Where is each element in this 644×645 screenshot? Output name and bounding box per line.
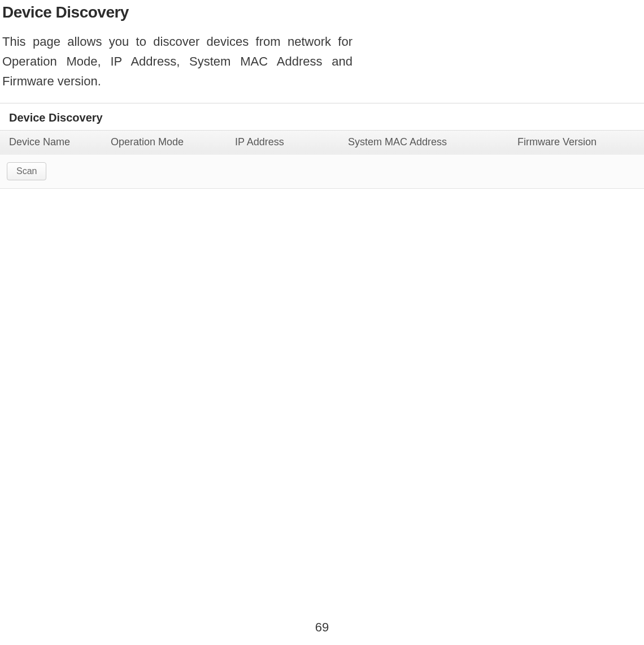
device-discovery-panel: Device Discovery Device Name Operation M… [0, 103, 644, 189]
panel-title: Device Discovery [0, 103, 644, 130]
page-number: 69 [315, 620, 329, 635]
device-discovery-table: Device Name Operation Mode IP Address Sy… [0, 130, 644, 154]
col-system-mac: System MAC Address [339, 130, 508, 154]
col-ip-address: IP Address [226, 130, 339, 154]
col-device-name: Device Name [0, 130, 102, 154]
page-title: Device Discovery [2, 3, 644, 21]
col-operation-mode: Operation Mode [102, 130, 226, 154]
intro-paragraph: This page allows you to discover devices… [2, 32, 353, 92]
col-firmware-version: Firmware Version [508, 130, 644, 154]
table-header-row: Device Name Operation Mode IP Address Sy… [0, 130, 644, 154]
scan-button[interactable]: Scan [7, 162, 46, 180]
scan-row: Scan [0, 154, 644, 189]
